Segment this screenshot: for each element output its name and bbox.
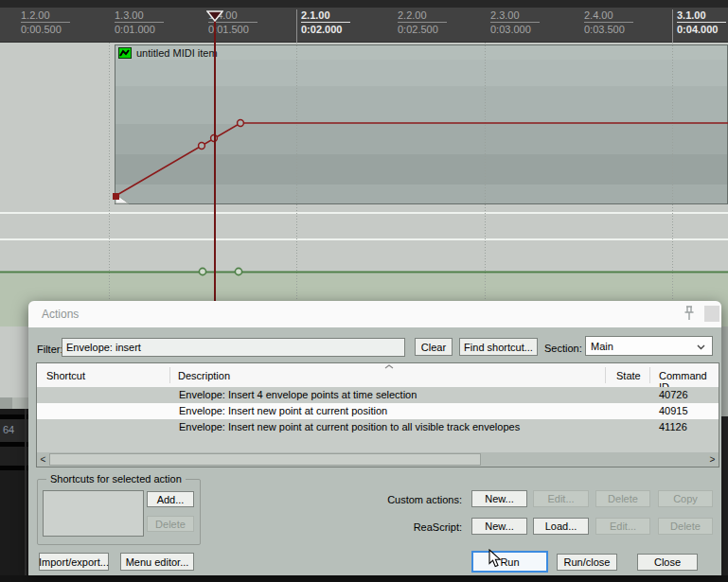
reaper-window: 1.2.000:00.500 1.3.000:01.000 1.4.000:01… — [0, 0, 728, 582]
playhead-marker[interactable] — [206, 10, 223, 22]
background-panel — [721, 326, 728, 416]
mouse-cursor — [488, 549, 502, 569]
background-panel — [0, 575, 728, 582]
action-row[interactable]: Envelope: Insert new point at current po… — [37, 419, 719, 435]
find-shortcut-button[interactable]: Find shortcut... — [459, 338, 538, 356]
pin-window-icon[interactable] — [682, 305, 697, 326]
section-label: Section: — [544, 343, 582, 354]
background-panel — [0, 397, 12, 409]
col-shortcut[interactable]: Shortcut — [46, 370, 85, 381]
dialog-title: Actions — [42, 308, 79, 321]
envelope-point[interactable] — [238, 120, 244, 127]
reascript-load-button[interactable]: Load... — [533, 518, 589, 535]
playhead-line — [214, 19, 216, 301]
ruler-tick-measure: 3.1.000:04.000 — [677, 9, 726, 36]
envelope-point-green[interactable] — [199, 268, 205, 274]
custom-delete-button[interactable]: Delete — [595, 490, 650, 507]
action-list[interactable]: Shortcut Description State Command ID En… — [36, 362, 719, 467]
run-button[interactable]: Run — [471, 551, 548, 573]
filter-input[interactable] — [62, 338, 405, 357]
ruler-tick-measure: 2.1.000:02.000 — [301, 9, 350, 36]
reascript-delete-button[interactable]: Delete — [658, 518, 713, 535]
custom-actions-label: Custom actions: — [362, 494, 462, 505]
titlebar-button[interactable] — [704, 306, 719, 322]
action-row[interactable]: Envelope: Insert 4 envelope points at ti… — [37, 387, 719, 403]
ruler-tick: 1.2.000:00.500 — [21, 9, 70, 36]
shortcuts-group-title: Shortcuts for selected action — [46, 473, 186, 485]
ruler-tick: 1.3.000:01.000 — [115, 9, 164, 36]
midi-editor-key-strip: 64 — [0, 409, 28, 582]
reascript-label: ReaScript: — [381, 521, 462, 533]
chevron-down-icon — [697, 344, 705, 350]
measure-separator — [296, 9, 297, 43]
ruler-tick: 2.2.000:02.500 — [398, 9, 447, 36]
clear-button[interactable]: Clear — [415, 338, 453, 356]
volume-envelope-line[interactable] — [115, 123, 728, 196]
delete-shortcut-button[interactable]: Delete — [147, 516, 194, 532]
envelope-overlay — [0, 43, 728, 301]
ruler-tick: 2.4.000:03.500 — [584, 9, 633, 36]
envelope-start-point[interactable] — [113, 193, 119, 200]
import-export-button[interactable]: Import/export... — [39, 553, 109, 571]
ruler-top-strip — [0, 0, 728, 8]
custom-copy-button[interactable]: Copy — [658, 490, 713, 507]
scroll-left-arrow[interactable]: < — [37, 452, 49, 467]
run-close-button[interactable]: Run/close — [557, 554, 617, 571]
actions-dialog: Actions Filter: Clear Find shortcut... S… — [28, 301, 721, 575]
scrollbar-thumb[interactable] — [49, 453, 481, 466]
key-strip-edge — [25, 409, 27, 582]
envelope-point[interactable] — [199, 143, 205, 150]
dialog-titlebar[interactable]: Actions — [28, 301, 721, 327]
menu-editor-button[interactable]: Menu editor... — [120, 553, 194, 571]
column-separator[interactable] — [649, 367, 650, 383]
col-state[interactable]: State — [616, 370, 641, 381]
action-row-selected[interactable]: Envelope: Insert new point at current po… — [37, 403, 719, 419]
sort-ascending-icon — [384, 364, 394, 369]
filter-label: Filter: — [37, 344, 63, 355]
column-separator[interactable] — [169, 367, 170, 383]
ruler-tick: 2.3.000:03.000 — [490, 9, 540, 36]
section-value: Main — [591, 341, 613, 352]
measure-separator — [672, 9, 673, 43]
close-button[interactable]: Close — [637, 554, 698, 571]
scroll-right-arrow[interactable]: > — [706, 452, 719, 467]
section-dropdown[interactable]: Main — [585, 336, 713, 356]
reascript-new-button[interactable]: New... — [471, 518, 527, 535]
add-shortcut-button[interactable]: Add... — [147, 491, 194, 507]
custom-edit-button[interactable]: Edit... — [533, 490, 589, 507]
col-description[interactable]: Description — [178, 370, 230, 381]
background-panel — [12, 397, 28, 409]
action-list-header[interactable]: Shortcut Description State Command ID — [37, 363, 719, 387]
column-separator[interactable] — [605, 367, 606, 383]
envelope-point-green[interactable] — [235, 268, 241, 274]
background-panel — [721, 416, 728, 582]
reascript-edit-button[interactable]: Edit... — [595, 518, 650, 535]
horizontal-scrollbar[interactable]: < > — [37, 452, 719, 467]
custom-new-button[interactable]: New... — [471, 490, 527, 507]
shortcuts-listbox[interactable] — [43, 490, 144, 537]
timeline-ruler[interactable]: 1.2.000:00.500 1.3.000:01.000 1.4.000:01… — [0, 8, 728, 43]
